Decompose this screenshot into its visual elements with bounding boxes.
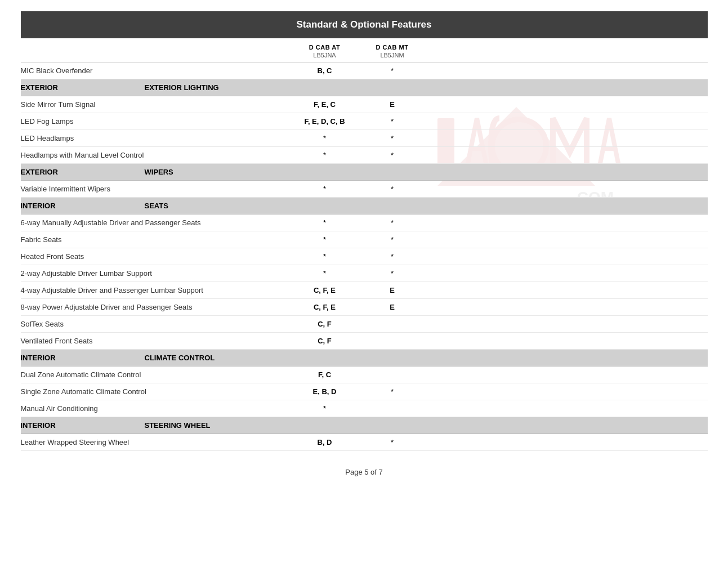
dcabat-value: * <box>291 269 359 278</box>
feature-name: Ventilated Front Seats <box>21 337 291 345</box>
dcabmt-value: * <box>359 66 426 75</box>
dcabmt-code: LB5JNM <box>359 52 426 59</box>
dcabmt-value: * <box>359 134 426 142</box>
feature-name: 6-way Manually Adjustable Driver and Pas… <box>21 218 291 227</box>
section-subcategory: EXTERIOR LIGHTING <box>145 83 219 92</box>
dcabmt-value: * <box>359 151 426 159</box>
table-row: MIC Black OverfenderB, C* <box>21 62 708 79</box>
feature-name: Heated Front Seats <box>21 252 291 261</box>
dcabmt-value: * <box>359 387 426 396</box>
table-row: Leather Wrapped Steering WheelB, D* <box>21 434 708 451</box>
dcabat-value: * <box>291 404 359 413</box>
dcabat-value: E, B, D <box>291 387 359 396</box>
section-category: INTERIOR <box>21 202 145 210</box>
section-subcategory: SEATS <box>145 202 168 210</box>
feature-name: MIC Black Overfender <box>21 66 291 75</box>
section-category: EXTERIOR <box>21 83 145 92</box>
dcabmt-value: * <box>359 117 426 126</box>
dcabmt-value: * <box>359 269 426 278</box>
table-row: Side Mirror Turn SignalF, E, CE <box>21 96 708 113</box>
feature-name: SofTex Seats <box>21 320 291 328</box>
dcabat-code: LB5JNA <box>291 52 359 59</box>
dcabmt-value: * <box>359 218 426 227</box>
table-row: Heated Front Seats** <box>21 248 708 265</box>
section-category: INTERIOR <box>21 421 145 430</box>
section-header: INTERIORSTEERING WHEEL <box>21 417 708 434</box>
dcabat-value: * <box>291 218 359 227</box>
table-row: Ventilated Front SeatsC, F <box>21 333 708 350</box>
feature-name: Side Mirror Turn Signal <box>21 100 291 109</box>
feature-name: LED Headlamps <box>21 134 291 142</box>
content: Standard & Optional Features D CAB AT LB… <box>21 11 708 488</box>
dcabat-label: D CAB AT <box>291 44 359 51</box>
table-row: Fabric Seats** <box>21 231 708 248</box>
dcabat-value: B, D <box>291 438 359 446</box>
section-header: INTERIORCLIMATE CONTROL <box>21 350 708 367</box>
feature-name: Manual Air Conditioning <box>21 404 291 413</box>
feature-name: Dual Zone Automatic Climate Control <box>21 370 291 379</box>
feature-name: Headlamps with Manual Level Control <box>21 151 291 159</box>
feature-name: 4-way Adjustable Driver and Passenger Lu… <box>21 286 291 294</box>
dcabmt-value: * <box>359 235 426 244</box>
table-row: 4-way Adjustable Driver and Passenger Lu… <box>21 282 708 299</box>
dcabmt-value: * <box>359 252 426 261</box>
dcabat-value: F, C <box>291 370 359 379</box>
dcabat-value: F, E, C <box>291 100 359 109</box>
dcabmt-col-header: D CAB MT LB5JNM <box>359 44 426 59</box>
dcabat-value: C, F, E <box>291 286 359 294</box>
page-number: Page 5 of 7 <box>345 468 383 476</box>
dcabat-value: F, E, D, C, B <box>291 117 359 126</box>
feature-name: Fabric Seats <box>21 235 291 244</box>
section-header: INTERIORSEATS <box>21 198 708 215</box>
dcabat-value: * <box>291 151 359 159</box>
dcabat-value: C, F <box>291 320 359 328</box>
feature-name: 8-way Power Adjustable Driver and Passen… <box>21 303 291 311</box>
table-row: Headlamps with Manual Level Control** <box>21 147 708 164</box>
section-category: INTERIOR <box>21 354 145 362</box>
table-row: 8-way Power Adjustable Driver and Passen… <box>21 299 708 316</box>
dcabat-value: * <box>291 134 359 142</box>
table-row: 2-way Adjustable Driver Lumbar Support** <box>21 265 708 282</box>
feature-name: LED Fog Lamps <box>21 117 291 126</box>
table-row: LED Headlamps** <box>21 130 708 147</box>
table-row: Single Zone Automatic Climate ControlE, … <box>21 383 708 400</box>
dcabat-value: C, F, E <box>291 303 359 311</box>
dcabmt-value: * <box>359 185 426 193</box>
page-title: Standard & Optional Features <box>297 19 432 30</box>
page-footer: Page 5 of 7 <box>21 468 708 488</box>
dcabat-value: * <box>291 235 359 244</box>
dcabat-value: B, C <box>291 66 359 75</box>
section-header: EXTERIORWIPERS <box>21 164 708 181</box>
dcabmt-value: * <box>359 438 426 446</box>
table-row: Manual Air Conditioning* <box>21 400 708 417</box>
table-row: SofTex SeatsC, F <box>21 316 708 333</box>
dcabat-value: * <box>291 185 359 193</box>
feature-name: 2-way Adjustable Driver Lumbar Support <box>21 269 291 278</box>
feature-name: Leather Wrapped Steering Wheel <box>21 438 291 446</box>
dcabmt-label: D CAB MT <box>359 44 426 51</box>
dcabat-value: C, F <box>291 337 359 345</box>
section-subcategory: WIPERS <box>145 168 173 176</box>
table-row: Dual Zone Automatic Climate ControlF, C <box>21 367 708 383</box>
dcabat-value: * <box>291 252 359 261</box>
dcabmt-value: E <box>359 286 426 294</box>
feature-name: Single Zone Automatic Climate Control <box>21 387 291 396</box>
section-category: EXTERIOR <box>21 168 145 176</box>
sections-container: MIC Black OverfenderB, C*EXTERIOREXTERIO… <box>21 62 708 451</box>
column-headers: D CAB AT LB5JNA D CAB MT LB5JNM <box>21 38 708 62</box>
table-row: LED Fog LampsF, E, D, C, B* <box>21 113 708 130</box>
table-row: 6-way Manually Adjustable Driver and Pas… <box>21 215 708 231</box>
table-row: Variable Intermittent Wipers** <box>21 181 708 198</box>
feature-name: Variable Intermittent Wipers <box>21 185 291 193</box>
dcabmt-value: E <box>359 100 426 109</box>
section-subcategory: CLIMATE CONTROL <box>145 354 215 362</box>
dcabmt-value: E <box>359 303 426 311</box>
section-header: EXTERIOREXTERIOR LIGHTING <box>21 79 708 96</box>
section-subcategory: STEERING WHEEL <box>145 421 211 430</box>
page-header: Standard & Optional Features <box>21 11 708 38</box>
dcabat-col-header: D CAB AT LB5JNA <box>291 44 359 59</box>
